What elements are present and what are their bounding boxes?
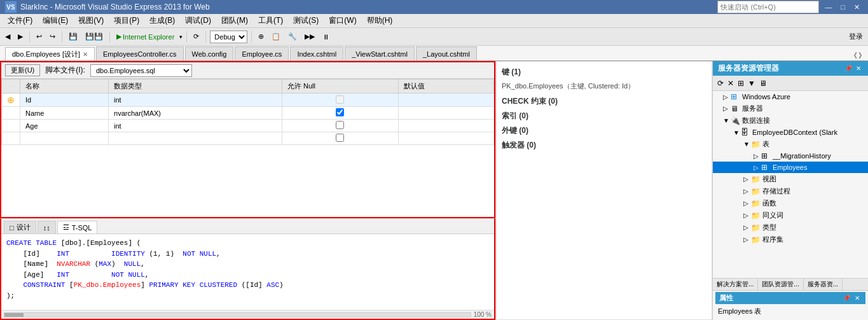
tree-item-sprocs[interactable]: ▷ 📁 存储过程 (713, 185, 868, 197)
script-select[interactable]: dbo.Employees.sql (90, 64, 192, 77)
refresh-tree-button[interactable]: ⟳ (715, 78, 726, 88)
nullable-checkbox-name[interactable] (336, 108, 344, 116)
menu-debug[interactable]: 调试(D) (180, 14, 216, 27)
menu-file[interactable]: 文件(F) (3, 14, 38, 27)
tree-item-tables[interactable]: ▼ 📁 表 (713, 138, 868, 150)
menu-test[interactable]: 测试(S) (288, 14, 324, 27)
toolbar-extra-4[interactable]: ▶▶ (302, 31, 317, 42)
menu-build[interactable]: 生成(B) (144, 14, 180, 27)
tab-tsql[interactable]: ☲ T-SQL (57, 221, 98, 233)
expand-icon[interactable]: ▷ (754, 164, 761, 171)
tab-viewstart[interactable]: _ViewStart.cshtml (345, 46, 415, 60)
expand-icon[interactable]: ▷ (743, 176, 751, 183)
props-close-btn[interactable]: ✕ (853, 293, 862, 302)
tree-item-migration[interactable]: ▷ ⊞ __MigrationHistory (713, 150, 868, 162)
menu-edit[interactable]: 编辑(E) (38, 14, 73, 27)
tree-item-dbcontext[interactable]: ▼ 🗄 EmployeeDBContext (Slark (713, 127, 868, 138)
tab-sort[interactable]: ↕↕ (38, 221, 56, 233)
tab-team[interactable]: 团队资源管... (758, 279, 803, 290)
toolbar-extra-5[interactable]: ⏸ (320, 32, 332, 42)
row-null-empty[interactable] (282, 132, 398, 145)
close-button[interactable]: ✕ (851, 3, 863, 12)
row-default-age[interactable] (398, 120, 493, 132)
close-panel-button[interactable]: ✕ (854, 64, 863, 73)
menu-project[interactable]: 项目(P) (109, 14, 144, 27)
nullable-checkbox-id[interactable] (336, 95, 344, 104)
maximize-button[interactable]: □ (837, 3, 848, 11)
tree-item-employees[interactable]: ▷ ⊞ Employees (713, 162, 868, 173)
tab-index-cshtml[interactable]: Index.cshtml (290, 46, 343, 60)
row-null-id[interactable] (282, 94, 398, 107)
tab-layout[interactable]: _Layout.cshtml (416, 46, 477, 60)
row-name-empty[interactable] (20, 132, 109, 145)
expand-icon[interactable]: ▼ (733, 129, 741, 136)
row-default-empty[interactable] (398, 132, 493, 145)
menu-tools[interactable]: 工具(T) (253, 14, 288, 27)
redo-button[interactable]: ↪ (47, 31, 58, 42)
tree-item-views[interactable]: ▷ 📁 视图 (713, 173, 868, 185)
add-server-btn[interactable]: 🖥 (757, 78, 769, 88)
expand-icon[interactable]: ▷ (743, 236, 751, 243)
back-button[interactable]: ◀ (3, 31, 13, 42)
props-pin-btn[interactable]: 📌 (842, 293, 851, 302)
update-button[interactable]: 更新(U) (5, 64, 40, 76)
horizontal-scrollbar[interactable] (4, 312, 471, 317)
row-default-name[interactable] (398, 107, 493, 120)
expand-icon[interactable]: ▼ (743, 141, 751, 148)
undo-button[interactable]: ↩ (34, 31, 45, 42)
tab-web-config[interactable]: Web.config (185, 46, 234, 60)
filter-button[interactable]: ▼ (746, 78, 757, 88)
tab-dbo-employees[interactable]: dbo.Employees [设计] ✕ (5, 47, 95, 61)
row-name-age[interactable]: Age (20, 120, 109, 132)
row-null-age[interactable] (282, 120, 398, 132)
save-all-button[interactable]: 💾💾 (83, 31, 106, 42)
expand-icon[interactable]: ▷ (743, 200, 751, 207)
quick-launch-input[interactable] (717, 1, 819, 13)
start-button[interactable]: ▶ Internet Explorer (114, 31, 177, 42)
expand-icon[interactable]: ▷ (723, 105, 731, 112)
tab-solution[interactable]: 解决方案管... (713, 279, 758, 290)
pin-button[interactable]: 📌 (844, 64, 853, 73)
tab-scroll-left[interactable]: 《 (850, 51, 857, 60)
expand-icon[interactable]: ▷ (743, 188, 751, 195)
nullable-checkbox-empty[interactable] (336, 134, 344, 142)
row-name-id[interactable]: Id (20, 94, 109, 107)
tab-close-icon[interactable]: ✕ (83, 51, 88, 58)
save-button[interactable]: 💾 (66, 31, 80, 42)
minimize-button[interactable]: — (822, 3, 835, 11)
menu-team[interactable]: 团队(M) (216, 14, 253, 27)
tree-item-types[interactable]: ▷ 📁 类型 (713, 221, 868, 233)
menu-window[interactable]: 窗口(W) (324, 14, 361, 27)
debug-select[interactable]: Debug (210, 31, 247, 43)
refresh-button[interactable]: ⟳ (191, 31, 202, 42)
tab-employee-cs[interactable]: Employee.cs (235, 46, 289, 60)
properties-toolbar-btn[interactable]: ⊞ (736, 78, 746, 88)
expand-icon[interactable]: ▼ (723, 117, 731, 124)
tab-scroll-right[interactable]: 》 (858, 51, 865, 60)
expand-icon[interactable]: ▷ (754, 153, 761, 160)
tree-item-dataconn[interactable]: ▼ 🔌 数据连接 (713, 115, 868, 127)
toolbar-extra-1[interactable]: ⊕ (256, 31, 266, 42)
sql-code-area[interactable]: CREATE TABLE [dbo].[Employees] ( [Id] IN… (1, 234, 494, 310)
tree-item-azure[interactable]: ▷ ⊞ Windows Azure (713, 91, 868, 102)
row-default-id[interactable] (398, 94, 493, 107)
row-type-name[interactable]: nvarchar(MAX) (109, 107, 282, 120)
tab-server[interactable]: 服务器资... (804, 279, 843, 290)
expand-icon[interactable]: ▷ (743, 212, 751, 219)
expand-icon[interactable]: ▷ (743, 224, 751, 231)
row-type-empty[interactable] (109, 132, 282, 145)
toolbar-extra-3[interactable]: 🔧 (286, 31, 300, 42)
expand-icon[interactable]: ▷ (723, 94, 731, 101)
tree-item-functions[interactable]: ▷ 📁 函数 (713, 197, 868, 209)
tree-item-server[interactable]: ▷ 🖥 服务器 (713, 102, 868, 115)
forward-button[interactable]: ▶ (15, 31, 25, 42)
row-type-id[interactable]: int (109, 94, 282, 107)
tree-item-assemblies[interactable]: ▷ 📁 程序集 (713, 233, 868, 246)
connect-button[interactable]: ✕ (726, 78, 736, 88)
row-name-name[interactable]: Name (20, 107, 109, 120)
row-null-name[interactable] (282, 107, 398, 120)
login-button[interactable]: 登录 (846, 31, 865, 43)
nullable-checkbox-age[interactable] (336, 121, 344, 129)
toolbar-extra-2[interactable]: 📋 (269, 31, 283, 42)
tab-design[interactable]: □ 设计 (4, 221, 36, 233)
